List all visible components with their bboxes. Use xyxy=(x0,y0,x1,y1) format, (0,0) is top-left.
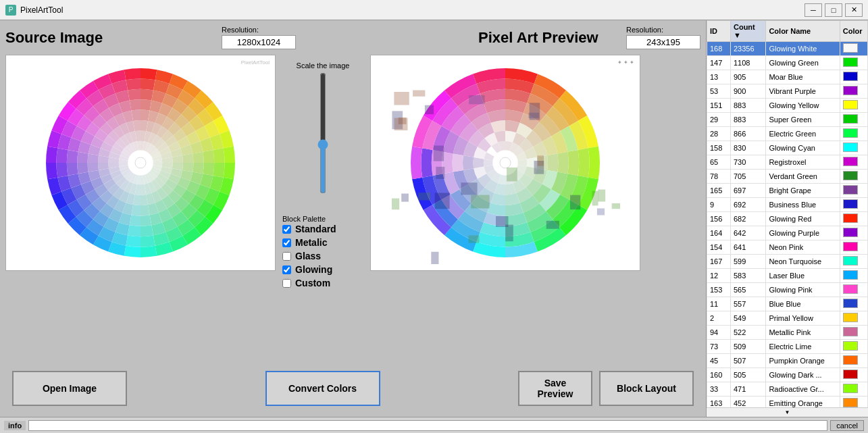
cell-count: 866 xyxy=(730,127,765,141)
table-row[interactable]: 147 1108 Glowing Green xyxy=(707,56,868,70)
table-row[interactable]: 154 641 Neon Pink xyxy=(707,240,868,255)
table-row[interactable]: 164 642 Glowing Purple xyxy=(707,226,868,240)
close-button[interactable]: ✕ xyxy=(845,3,863,17)
source-resolution-label: Resolution: xyxy=(222,26,259,34)
cell-name: Pumpkin Orange xyxy=(766,354,840,368)
cell-count: 565 xyxy=(730,283,765,297)
status-text-input[interactable] xyxy=(28,420,827,431)
col-color[interactable]: Color xyxy=(840,21,867,42)
checkbox-glass[interactable] xyxy=(282,252,291,261)
cell-name: Super Green xyxy=(766,113,840,127)
open-image-button[interactable]: Open Image xyxy=(12,371,127,406)
cell-count: 905 xyxy=(730,70,765,84)
table-row[interactable]: 160 505 Glowing Dark ... xyxy=(707,368,868,382)
cell-count: 557 xyxy=(730,297,765,311)
status-cancel-button[interactable]: cancel xyxy=(830,420,864,431)
table-row[interactable]: 9 692 Business Blue xyxy=(707,198,868,212)
preview-resolution-input[interactable] xyxy=(626,35,700,49)
table-row[interactable]: 73 509 Electric Lime xyxy=(707,340,868,354)
cell-count: 507 xyxy=(730,354,765,368)
cell-name: Glowing Green xyxy=(766,56,840,70)
cell-name: Moar Blue xyxy=(766,70,840,84)
cell-id: 65 xyxy=(707,155,731,170)
table-row[interactable]: 156 682 Glowing Red xyxy=(707,212,868,226)
table-row[interactable]: 33 471 Radioactive Gr... xyxy=(707,382,868,397)
cell-count: 599 xyxy=(730,255,765,269)
table-row[interactable]: 11 557 Blue Blue xyxy=(707,297,868,311)
table-row[interactable]: 65 730 Registroxel xyxy=(707,155,868,170)
cell-color xyxy=(840,283,867,297)
table-row[interactable]: 45 507 Pumpkin Orange xyxy=(707,354,868,368)
scale-slider[interactable] xyxy=(316,72,330,194)
palette-metalic[interactable]: Metalic xyxy=(282,237,363,248)
cell-count: 549 xyxy=(730,311,765,326)
preview-canvas xyxy=(390,61,620,264)
col-count[interactable]: Count ▼ xyxy=(730,21,765,42)
cell-color xyxy=(840,368,867,382)
table-row[interactable]: 53 900 Vibrant Purple xyxy=(707,84,868,99)
cell-color xyxy=(840,269,867,283)
cell-id: 13 xyxy=(707,70,731,84)
table-row[interactable]: 29 883 Super Green xyxy=(707,113,868,127)
table-row[interactable]: 167 599 Neon Turquoise xyxy=(707,255,868,269)
cell-name: Glowing Cyan xyxy=(766,141,840,155)
cell-count: 682 xyxy=(730,212,765,226)
cell-id: 9 xyxy=(707,198,731,212)
cell-color xyxy=(840,99,867,113)
table-row[interactable]: 165 697 Bright Grape xyxy=(707,184,868,198)
checkbox-custom[interactable] xyxy=(282,279,291,288)
cell-color xyxy=(840,170,867,184)
table-row[interactable]: 2 549 Primal Yellow xyxy=(707,311,868,326)
palette-section: Block Palette Standard Metalic Glass xyxy=(282,214,363,291)
block-layout-button[interactable]: Block Layout xyxy=(599,371,694,406)
label-custom: Custom xyxy=(295,278,330,288)
checkbox-glowing[interactable] xyxy=(282,265,291,274)
table-row[interactable]: 28 866 Electric Green xyxy=(707,127,868,141)
table-row[interactable]: 158 830 Glowing Cyan xyxy=(707,141,868,155)
table-row[interactable]: 153 565 Glowing Pink xyxy=(707,283,868,297)
label-glass: Glass xyxy=(295,251,321,261)
palette-standard[interactable]: Standard xyxy=(282,224,363,234)
cell-name: Neon Turquoise xyxy=(766,255,840,269)
buttons-row: Open Image Convert Colors Save Preview B… xyxy=(5,365,700,411)
save-preview-button[interactable]: Save Preview xyxy=(518,371,592,406)
convert-colors-button[interactable]: Convert Colors xyxy=(265,371,380,406)
cell-name: Electric Green xyxy=(766,127,840,141)
table-row[interactable]: 168 23356 Glowing White xyxy=(707,42,868,56)
palette-glass[interactable]: Glass xyxy=(282,251,363,261)
title-bar: P PixelArtTool ─ □ ✕ xyxy=(0,0,868,20)
source-resolution-input[interactable] xyxy=(222,35,296,49)
cell-name: Glowing Purple xyxy=(766,226,840,240)
palette-glowing[interactable]: Glowing xyxy=(282,264,363,275)
preview-image-container: ✦ ✦ ✦ xyxy=(370,55,640,271)
cell-name: Laser Blue xyxy=(766,269,840,283)
cell-color xyxy=(840,198,867,212)
table-row[interactable]: 151 883 Glowing Yellow xyxy=(707,99,868,113)
table-row[interactable]: 12 583 Laser Blue xyxy=(707,269,868,283)
middle-panel: Scale the image Block Palette Standard M… xyxy=(276,55,370,365)
cell-color xyxy=(840,184,867,198)
col-name[interactable]: Color Name xyxy=(766,21,840,42)
col-id[interactable]: ID xyxy=(707,21,731,42)
status-bar: info cancel xyxy=(0,417,868,433)
cell-count: 505 xyxy=(730,368,765,382)
checkbox-metalic[interactable] xyxy=(282,238,291,247)
checkbox-standard[interactable] xyxy=(282,225,291,234)
cell-id: 147 xyxy=(707,56,731,70)
maximize-button[interactable]: □ xyxy=(825,3,842,17)
cell-color xyxy=(840,155,867,170)
source-label-group: Source Image Resolution: xyxy=(5,26,296,52)
cell-color xyxy=(840,382,867,397)
table-row[interactable]: 94 522 Metallic Pink xyxy=(707,326,868,340)
cell-id: 151 xyxy=(707,99,731,113)
table-row[interactable]: 13 905 Moar Blue xyxy=(707,70,868,84)
minimize-button[interactable]: ─ xyxy=(805,3,822,17)
table-container[interactable]: ID Count ▼ Color Name Color 168 23356 Gl… xyxy=(707,20,868,407)
scroll-bottom-arrow[interactable]: ▼ xyxy=(707,407,868,417)
table-row[interactable]: 163 452 Emitting Orange xyxy=(707,397,868,408)
images-and-controls: PixelArtTool Scale the image Block Palet… xyxy=(5,55,700,365)
table-row[interactable]: 78 705 Verdant Green xyxy=(707,170,868,184)
palette-custom[interactable]: Custom xyxy=(282,278,363,288)
source-canvas xyxy=(26,61,255,264)
scale-label: Scale the image xyxy=(297,61,350,70)
